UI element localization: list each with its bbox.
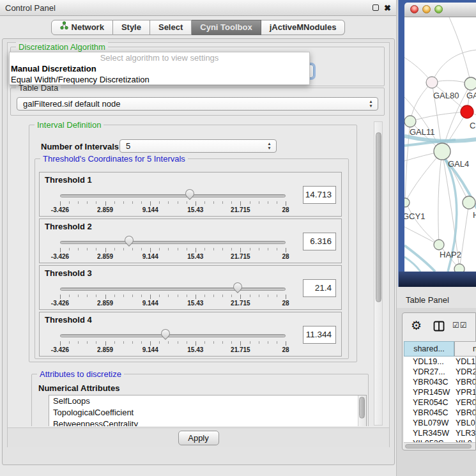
control-panel-titlebar: Control Panel ✖	[0, 0, 396, 16]
shared-name-cell: YBL079W	[413, 418, 449, 428]
network-node-label: GCY1	[404, 211, 425, 221]
network-node-gal80[interactable]	[426, 77, 438, 88]
slider-tick-labels: -3.4262.8599.14415.4321.71528	[60, 300, 286, 307]
popup-item-equal-width-frequency[interactable]: Equal Width/Frequency Discretization	[10, 74, 309, 85]
float-window-icon[interactable]	[372, 4, 379, 11]
network-edge[interactable]	[410, 82, 432, 121]
slider-tick-labels: -3.4262.8599.14415.4321.71528	[60, 346, 286, 354]
table-row[interactable]: YPR145WYPR1	[404, 387, 475, 397]
numerical-attributes-label: Numerical Attributes	[38, 383, 119, 393]
attributes-scrollbar[interactable]	[358, 395, 366, 426]
gear-icon[interactable]: ⚙	[411, 319, 422, 333]
threshold-value-field-2[interactable]: 6.316	[303, 233, 336, 250]
threshold-slider-thumb-3[interactable]	[231, 280, 244, 293]
network-node-gcy1[interactable]	[404, 198, 410, 207]
network-window-titlebar[interactable]	[404, 3, 476, 17]
select-columns-checkboxes-icon[interactable]: ☑☑	[452, 321, 468, 330]
threshold-slider-track-4[interactable]	[60, 334, 286, 337]
close-traffic-light-icon[interactable]	[410, 5, 418, 13]
table-horizontal-scrollbar[interactable]	[404, 442, 475, 449]
network-edge-highlighted[interactable]	[404, 245, 435, 272]
table-row[interactable]: YLR345WYLR3	[404, 428, 475, 438]
minimize-traffic-light-icon[interactable]	[422, 5, 431, 13]
apply-button[interactable]: Apply	[178, 431, 219, 445]
slider-tick-labels: -3.4262.8599.14415.4321.71528	[60, 253, 286, 261]
slider-ticks	[60, 295, 286, 300]
threshold-slider-thumb-2[interactable]	[123, 234, 136, 247]
threshold-slider-track-3[interactable]	[60, 288, 286, 291]
popup-placeholder-item[interactable]: Select algorithm to view settings	[10, 52, 309, 63]
network-node-label: GAL11	[410, 127, 435, 137]
tab-select[interactable]: Select	[150, 20, 192, 35]
table-row[interactable]: YBR045CYBR0	[404, 408, 475, 418]
tab-network[interactable]: Network	[51, 20, 113, 35]
tab-style[interactable]: Style	[113, 20, 150, 35]
number-of-intervals-combobox[interactable]: 5 ▲▼	[119, 139, 277, 153]
settings-scrollbar[interactable]	[374, 121, 383, 426]
close-icon[interactable]: ✖	[384, 2, 391, 14]
shared-name-cell: YDR27...	[413, 367, 445, 377]
tab-jactivemnodules[interactable]: jActiveMNodules	[261, 20, 346, 35]
tab-cyni-toolbox[interactable]: Cyni Toolbox	[192, 20, 261, 35]
column-header-shared-name[interactable]: shared...	[404, 341, 454, 357]
stepper-arrows-icon[interactable]: ▲▼	[368, 100, 374, 108]
attribute-list-item[interactable]: BetweennessCentrality	[49, 418, 366, 426]
tab-label: Cyni Toolbox	[200, 20, 252, 35]
zoom-traffic-light-icon[interactable]	[434, 5, 443, 13]
control-panel-title: Control Panel	[5, 0, 56, 16]
network-node-label: HAP2	[440, 250, 461, 259]
threshold-slider-thumb-4[interactable]	[159, 327, 172, 340]
table-data-value: galFiltered.sif default node	[23, 99, 120, 109]
table-row[interactable]: YDR27...YDR2	[404, 367, 475, 377]
network-node-unlabeled[interactable]	[454, 264, 464, 272]
algorithm-dropdown-popup: Select algorithm to view settings Manual…	[9, 52, 310, 85]
network-edge[interactable]	[404, 227, 439, 245]
shared-name-cell: YLR345W	[413, 428, 449, 438]
threshold-value-field-3[interactable]: 21.4	[303, 279, 336, 297]
table-panel-toolbar: ⚙ ☑☑	[403, 313, 475, 340]
network-edge[interactable]	[449, 17, 471, 84]
table-data-combobox[interactable]: galFiltered.sif default node ▲▼	[17, 97, 378, 111]
attribute-list-item[interactable]: SelfLoops	[49, 395, 366, 407]
table-row[interactable]: YDL19...YDL1	[404, 357, 475, 367]
interval-definition-title: Interval Definition	[35, 121, 104, 130]
attribute-list-item[interactable]: TopologicalCoefficient	[49, 407, 366, 418]
threshold-slider-thumb-1[interactable]	[183, 187, 196, 200]
popup-item-manual-discretization[interactable]: Manual Discretization	[10, 63, 309, 74]
stepper-arrows-icon[interactable]: ▲▼	[266, 142, 272, 150]
columns-icon[interactable]	[433, 321, 445, 334]
network-node-ga[interactable]	[464, 77, 476, 90]
network-edge[interactable]	[404, 198, 439, 245]
name-cell: YDL1	[456, 357, 475, 367]
name-cell: YBR0	[456, 408, 475, 418]
threshold-value-field-1[interactable]: 14.713	[303, 186, 336, 204]
network-node-label: C	[470, 121, 475, 130]
name-cell: YDR2	[456, 367, 475, 377]
network-node-gal4[interactable]	[434, 143, 450, 160]
numerical-attributes-list[interactable]: SelfLoopsTopologicalCoefficientBetweenne…	[49, 395, 367, 426]
threshold-value-field-4[interactable]: 11.344	[303, 326, 336, 344]
threshold-slider-track-1[interactable]	[60, 194, 286, 197]
network-node-h[interactable]	[463, 196, 475, 209]
slider-ticks	[60, 248, 286, 253]
table-row[interactable]: YER054CYER0	[404, 397, 475, 408]
threshold-box-2: Threshold 2-3.4262.8599.14415.4321.71528…	[39, 219, 342, 263]
table-horizontal-scrollbar-thumb[interactable]	[405, 444, 472, 449]
table-panel: ⚙ ☑☑ shared... na YDL19...YDL1YDR27...YD…	[402, 312, 476, 450]
column-header-name[interactable]: na	[454, 341, 476, 357]
threshold-box-4: Threshold 4-3.4262.8599.14415.4321.71528…	[39, 312, 342, 357]
network-edge-highlighted[interactable]	[404, 257, 420, 272]
table-row[interactable]: YBR043CYBR0	[404, 377, 475, 387]
network-edge[interactable]	[438, 151, 442, 245]
network-canvas[interactable]: GAL80GACGAL11GAL4GCY1HHAP2	[404, 17, 476, 272]
network-node-hap2[interactable]	[434, 240, 444, 250]
network-node-c[interactable]	[461, 105, 473, 118]
settings-scrollbar-thumb[interactable]	[376, 132, 381, 302]
network-edge[interactable]	[410, 112, 467, 121]
network-node-gal11[interactable]	[404, 116, 416, 127]
slider-tick-labels: -3.4262.8599.14415.4321.71528	[60, 206, 286, 214]
attributes-scrollbar-thumb[interactable]	[359, 397, 365, 418]
table-row[interactable]: YBL079WYBL0	[404, 418, 475, 428]
network-node-label: GA	[466, 91, 476, 100]
threshold-slider-track-2[interactable]	[60, 241, 286, 244]
